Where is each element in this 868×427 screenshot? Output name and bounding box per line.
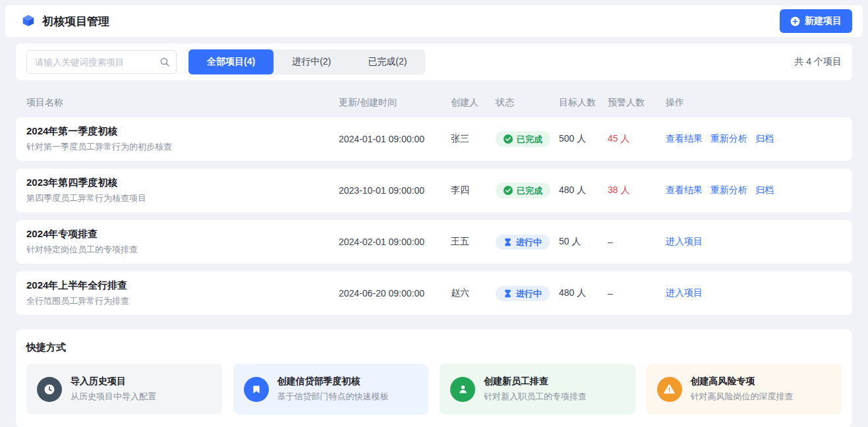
project-description: 针对特定岗位员工的专项排查 — [26, 244, 339, 256]
project-status-cell: 进行中 — [496, 286, 559, 301]
warning-count: 45 人 — [608, 133, 666, 145]
row-action-link[interactable]: 查看结果 — [666, 185, 703, 196]
status-label: 已完成 — [517, 186, 542, 195]
project-name-cell: 2024年第一季度初核 针对第一季度员工异常行为的初步核查 — [26, 125, 339, 153]
quick-action-title: 创建信贷部季度初核 — [277, 376, 389, 387]
search-icon[interactable] — [159, 57, 170, 67]
project-description: 针对第一季度员工异常行为的初步核查 — [26, 141, 339, 153]
status-badge: 进行中 — [496, 286, 550, 301]
status-badge: 已完成 — [496, 183, 550, 198]
status-badge: 已完成 — [496, 131, 550, 147]
app-logo-box-icon — [21, 14, 36, 28]
project-name: 2023年第四季度初核 — [26, 177, 339, 189]
project-row[interactable]: 2024年上半年全行排查 全行范围员工异常行为排查 2024-06-20 09:… — [16, 271, 852, 315]
project-status-cell: 进行中 — [496, 235, 559, 250]
project-time: 2024-02-01 09:00:00 — [339, 237, 451, 247]
quick-action-description: 基于信贷部门特点的快速模板 — [277, 391, 389, 403]
quick-action-text: 创建信贷部季度初核 基于信贷部门特点的快速模板 — [277, 376, 389, 403]
project-row[interactable]: 2024年专项排查 针对特定岗位员工的专项排查 2024-02-01 09:00… — [16, 220, 852, 264]
quick-action-text: 创建新员工排查 针对新入职员工的专项排查 — [484, 376, 587, 403]
table-column-header: 操作 — [666, 97, 842, 109]
project-name-cell: 2024年专项排查 针对特定岗位员工的专项排查 — [26, 228, 339, 256]
quick-action-description: 针对高风险岗位的深度排查 — [691, 391, 794, 403]
project-name: 2024年专项排查 — [26, 228, 339, 241]
quick-action-card[interactable]: 导入历史项目 从历史项目中导入配置 — [26, 364, 222, 414]
table-column-header: 项目名称 — [26, 97, 339, 109]
row-actions: 进入项目 — [666, 236, 842, 248]
table-header: 项目名称 更新/创建时间 创建人 状态 目标人数 预警人数 操作 — [16, 88, 852, 117]
new-project-button[interactable]: 新建项目 — [780, 9, 852, 33]
project-description: 第四季度员工异常行为核查项目 — [26, 192, 339, 204]
target-count: 500 人 — [559, 133, 608, 145]
row-actions: 进入项目 — [666, 287, 842, 299]
target-count: 50 人 — [559, 236, 608, 248]
project-name: 2024年上半年全行排查 — [26, 279, 339, 292]
table-column-header: 目标人数 — [559, 97, 608, 109]
row-actions: 查看结果重新分析归档 — [666, 185, 842, 196]
quick-action-title: 导入历史项目 — [71, 376, 156, 387]
quick-actions-panel: 快捷方式 导入历史项目 从历史项目中导入配置 创建信贷部季度初核 — [16, 329, 852, 427]
check-circle-icon — [504, 186, 513, 195]
row-action-link[interactable]: 查看结果 — [666, 133, 703, 145]
person-icon — [457, 383, 469, 395]
quick-action-title: 创建新员工排查 — [484, 376, 587, 387]
quick-action-description: 从历史项目中导入配置 — [71, 391, 156, 403]
quick-actions-grid: 导入历史项目 从历史项目中导入配置 创建信贷部季度初核 基于信贷部门特点的快速模… — [26, 364, 842, 414]
project-time: 2024-01-01 09:00:00 — [339, 134, 451, 144]
row-action-link[interactable]: 归档 — [755, 185, 774, 196]
new-project-label: 新建项目 — [805, 15, 842, 27]
quick-action-card[interactable]: 创建信贷部季度初核 基于信贷部门特点的快速模板 — [233, 364, 429, 414]
project-time: 2023-10-01 09:00:00 — [339, 185, 451, 196]
row-action-link[interactable]: 归档 — [755, 133, 774, 145]
quick-action-title: 创建高风险专项 — [691, 376, 794, 387]
warning-count: – — [608, 237, 666, 247]
quick-action-description: 针对新入职员工的专项排查 — [484, 391, 587, 403]
filter-tab[interactable]: 全部项目(4) — [188, 49, 274, 74]
page-title: 初核项目管理 — [42, 14, 109, 29]
row-action-link[interactable]: 重新分析 — [710, 185, 747, 196]
project-count: 共 4 个项目 — [794, 56, 842, 68]
hourglass-icon — [504, 289, 512, 298]
quick-action-card[interactable]: 创建新员工排查 针对新入职员工的专项排查 — [440, 364, 635, 414]
project-name-cell: 2024年上半年全行排查 全行范围员工异常行为排查 — [26, 279, 339, 307]
quick-action-text: 导入历史项目 从历史项目中导入配置 — [71, 376, 156, 403]
table-column-header: 预警人数 — [608, 97, 666, 109]
filter-tab[interactable]: 进行中(2) — [274, 49, 349, 74]
plus-circle-icon — [790, 16, 800, 26]
project-row[interactable]: 2023年第四季度初核 第四季度员工异常行为核查项目 2023-10-01 09… — [16, 169, 852, 212]
toolbar: 全部项目(4) 进行中(2) 已完成(2) 共 4 个项目 — [16, 43, 852, 80]
bookmark-icon — [250, 384, 262, 395]
row-actions: 查看结果重新分析归档 — [666, 133, 842, 145]
hourglass-icon — [504, 238, 512, 246]
project-creator: 张三 — [451, 133, 496, 145]
row-action-link[interactable]: 进入项目 — [666, 236, 703, 248]
status-label: 已完成 — [517, 135, 542, 144]
project-row[interactable]: 2024年第一季度初核 针对第一季度员工异常行为的初步核查 2024-01-01… — [16, 117, 852, 161]
quick-action-icon-badge — [450, 377, 475, 402]
target-count: 480 人 — [559, 185, 608, 196]
search-box — [26, 50, 177, 74]
project-description: 全行范围员工异常行为排查 — [26, 295, 339, 307]
project-name: 2024年第一季度初核 — [26, 125, 339, 138]
quick-action-text: 创建高风险专项 针对高风险岗位的深度排查 — [691, 376, 794, 403]
check-circle-icon — [504, 134, 513, 144]
table-column-header: 创建人 — [451, 97, 496, 109]
quick-action-icon-badge — [37, 377, 62, 402]
target-count: 480 人 — [559, 287, 608, 299]
project-creator: 赵六 — [451, 287, 496, 299]
quick-action-card[interactable]: 创建高风险专项 针对高风险岗位的深度排查 — [647, 364, 842, 414]
row-action-link[interactable]: 进入项目 — [666, 287, 703, 299]
table-column-header: 状态 — [496, 97, 559, 109]
filter-tab[interactable]: 已完成(2) — [349, 49, 425, 74]
project-creator: 王五 — [451, 236, 496, 248]
project-list: 2024年第一季度初核 针对第一季度员工异常行为的初步核查 2024-01-01… — [0, 117, 868, 315]
warning-icon — [663, 383, 676, 395]
quick-action-icon-badge — [244, 377, 269, 402]
search-input[interactable] — [26, 50, 177, 74]
project-status-cell: 已完成 — [496, 183, 559, 198]
quick-actions-title: 快捷方式 — [26, 341, 842, 354]
warning-count: 38 人 — [608, 185, 666, 196]
status-label: 进行中 — [516, 238, 542, 246]
page-header: 初核项目管理 新建项目 — [5, 5, 863, 37]
row-action-link[interactable]: 重新分析 — [710, 133, 747, 145]
